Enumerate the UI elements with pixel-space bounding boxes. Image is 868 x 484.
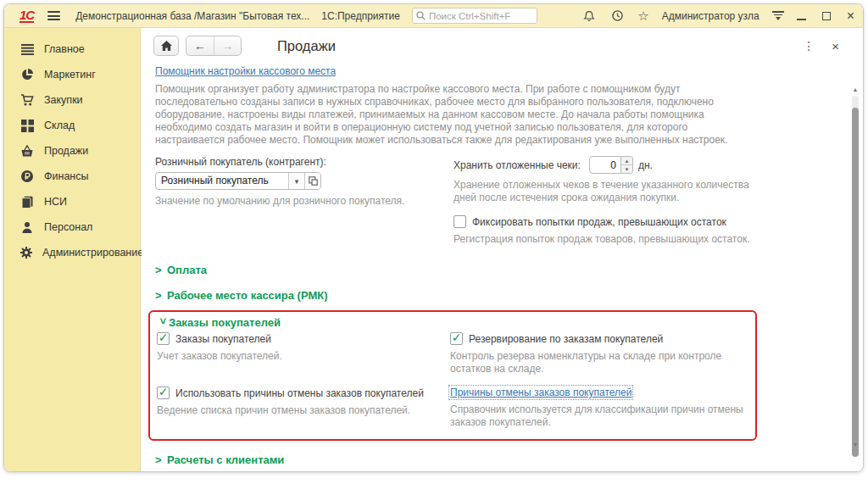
retail-customer-value[interactable]: Розничный покупатель [156,173,288,189]
orders-cell: ✓ Резервирование по заказам покупателей … [450,332,748,376]
orders-cell: Причины отмены заказов покупателей Справ… [450,387,748,429]
gear-icon [19,245,33,260]
nav-history-group: ← → [186,36,242,56]
fix-sales-attempts-checkbox[interactable]: ✓ Фиксировать попытки продаж, превышающи… [453,215,769,228]
open-value-icon[interactable] [304,173,320,189]
section-rmk[interactable]: > Рабочее место кассира (РМК) [155,289,843,302]
cart-icon [19,92,35,108]
sidebar-item-finansy[interactable]: Финансы [4,164,140,189]
pages-icon [19,194,35,209]
checkbox-checked-icon[interactable]: ✓ [157,332,170,345]
cancel-reasons-link-hint: Справочник используется для классификаци… [450,403,748,429]
favorites-star-icon[interactable]: ☆ [637,8,648,24]
titlebar: 1С Демонстрационная база /Магазин "Бытов… [4,4,863,28]
orders-cell: ✓ Заказы покупателей Учет заказов покупа… [157,332,450,376]
back-button[interactable]: ← [186,36,214,55]
checkbox-checked-icon[interactable]: ✓ [157,387,170,399]
more-menu-icon[interactable]: ⋮ [803,39,815,53]
spin-down-icon[interactable]: ▼ [621,164,632,173]
1c-logo-icon: 1С [19,9,34,23]
sidebar-item-marketing[interactable]: Маркетинг [4,62,140,87]
sidebar-item-glavnoe[interactable]: Главное [4,36,140,62]
home-icon [161,41,172,51]
pos-assistant-description: Помощник организует работу администратор… [155,83,748,147]
section-payment[interactable]: > Оплата [155,264,843,276]
deferred-receipts-label: Хранить отложенные чеки: [453,159,581,171]
current-user-menu[interactable]: Администратор узла [662,10,760,22]
database-title: Демонстрационная база /Магазин "Бытовая … [75,10,309,22]
pie-chart-icon [19,67,35,82]
sidebar-item-nsi[interactable]: НСИ [4,189,140,214]
section-orders[interactable]: > Заказы покупателей [157,316,748,329]
minimize-button[interactable] [797,12,806,20]
content-area: ← → Продажи ⋮ × Помощник настройки кассо… [142,28,863,471]
sidebar-item-sklad[interactable]: Склад [4,113,140,138]
chevron-right-icon: > [155,453,167,466]
titlebar-actions: ☆ Администратор узла × [581,8,854,24]
spin-up-icon[interactable]: ▲ [621,157,632,164]
checkbox-checked-icon[interactable]: ✓ [450,332,463,345]
app-name: 1С:Предприятие [321,10,400,22]
cancel-reasons-hint: Ведение списка причин отмены заказов пок… [157,404,450,417]
sidebar-item-administrirovanie[interactable]: Администрирование [4,240,140,265]
main-menu-icon[interactable] [47,11,60,20]
sidebar-item-personal[interactable]: Персонал [4,214,140,240]
window-close-button[interactable]: × [847,12,854,20]
retail-customer-combobox[interactable]: Розничный покупатель ▾ [155,172,321,190]
scrollbar-thumb[interactable] [852,108,859,457]
sidebar-item-prodazhi[interactable]: Продажи [4,138,140,164]
ruble-circle-icon [19,169,35,184]
page-title: Продажи [277,38,336,54]
deferred-receipts-input[interactable] [589,156,621,174]
global-search[interactable] [412,8,537,24]
service-settings-icon[interactable] [772,11,784,20]
maximize-button[interactable] [819,8,834,24]
customer-orders-hint: Учет заказов покупателей. [157,350,450,363]
forward-button[interactable]: → [214,36,241,55]
orders-highlight-box: > Заказы покупателей ✓ Заказы покупателе… [148,310,757,441]
scroll-up-icon[interactable]: ▲ [851,86,860,94]
vertical-scrollbar: ▲ ▼ [851,67,860,461]
deferred-receipts-unit: дн. [638,159,653,171]
chevron-down-icon: > [157,318,170,330]
search-input[interactable] [429,11,533,21]
retail-customer-label: Розничный покупатель (контрагент): [155,156,453,168]
settings-form: Помощник настройки кассового места Помощ… [155,65,843,471]
deferred-receipts-stepper: ▲ ▼ [589,156,633,174]
search-icon [416,11,426,20]
reserve-orders-hint: Контроль резерва номенклатуры на складе … [450,350,748,376]
section-settlements[interactable]: > Расчеты с клиентами [155,453,843,466]
sidebar-item-zakupki[interactable]: Закупки [4,87,140,113]
deferred-receipts-hint: Хранение отложенных чеков в течение указ… [453,179,769,204]
fix-sales-attempts-hint: Регистрация попыток продаж товаров, прев… [453,233,769,246]
cancel-reasons-checkbox[interactable]: ✓ Использовать причины отмены заказов по… [157,387,450,399]
form-close-icon[interactable]: × [832,39,839,53]
checkbox-icon[interactable]: ✓ [453,215,466,228]
menu-lines-icon [19,42,35,57]
dropdown-arrow-icon[interactable]: ▾ [288,173,304,189]
retail-customer-hint: Значение по умолчанию для розничного пок… [155,195,453,208]
cancel-reasons-link[interactable]: Причины отмены заказов покупателей [450,387,632,398]
notifications-bell-icon[interactable] [581,8,597,24]
chevron-right-icon: > [155,289,167,302]
person-icon [19,220,35,235]
grid-icon [19,118,35,133]
customer-orders-checkbox[interactable]: ✓ Заказы покупателей [157,332,450,345]
scroll-down-icon[interactable]: ▼ [851,441,860,449]
reserve-orders-checkbox[interactable]: ✓ Резервирование по заказам покупателей [450,332,748,345]
app-window: 1С Демонстрационная база /Магазин "Бытов… [3,3,864,472]
pos-assistant-link[interactable]: Помощник настройки кассового места [155,65,336,77]
home-button[interactable] [153,36,179,56]
basket-icon [19,143,35,159]
sidebar-nav: Главное Маркетинг Закупки Склад Продажи … [4,28,141,471]
content-header: ← → Продажи ⋮ × [142,28,863,64]
history-clock-icon[interactable] [609,8,625,24]
chevron-right-icon: > [155,264,167,276]
orders-cell: ✓ Использовать причины отмены заказов по… [157,387,450,429]
